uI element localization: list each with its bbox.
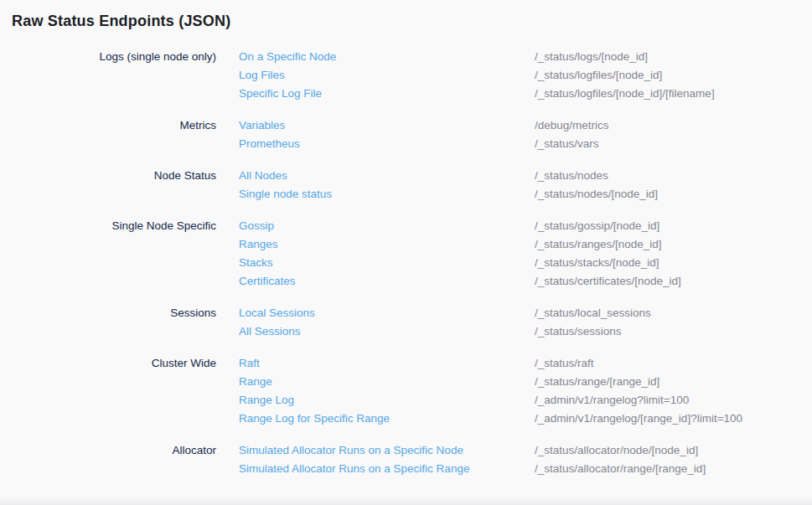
endpoint-link[interactable]: All Nodes xyxy=(239,167,535,185)
endpoint-path: /_status/raft xyxy=(535,354,594,373)
bottom-shadow-divider xyxy=(0,496,812,505)
endpoint-row: Log Files /_status/logfiles/[node_id] xyxy=(239,66,715,85)
endpoint-path: /_status/stacks/[node_id] xyxy=(535,254,659,272)
endpoint-row: Simulated Allocator Runs on a Specific N… xyxy=(239,441,706,460)
endpoint-row: Local Sessions /_status/local_sessions xyxy=(239,304,651,322)
endpoint-row: Gossip /_status/gossip/[node_id] xyxy=(239,217,681,235)
endpoint-link[interactable]: All Sessions xyxy=(239,322,535,341)
endpoint-row: Ranges /_status/ranges/[node_id] xyxy=(239,235,681,254)
endpoint-path: /_status/ranges/[node_id] xyxy=(535,235,662,254)
group-category-label: Cluster Wide xyxy=(12,354,216,373)
endpoint-link[interactable]: Raft xyxy=(239,354,535,373)
group-entries: All Nodes /_status/nodes Single node sta… xyxy=(239,167,658,204)
endpoint-link[interactable]: Range Log for Specific Range xyxy=(239,410,535,428)
endpoint-group: Allocator Simulated Allocator Runs on a … xyxy=(12,441,800,478)
endpoint-link[interactable]: Stacks xyxy=(239,254,535,272)
endpoint-link[interactable]: Ranges xyxy=(239,235,535,254)
endpoint-path: /_status/vars xyxy=(535,135,599,153)
group-category-label: Metrics xyxy=(12,116,216,135)
endpoint-path: /_admin/v1/rangelog?limit=100 xyxy=(535,391,689,410)
endpoint-path: /_status/logs/[node_id] xyxy=(535,48,648,66)
group-category-label: Sessions xyxy=(12,304,216,322)
endpoint-row: Stacks /_status/stacks/[node_id] xyxy=(239,254,681,272)
endpoint-path: /_status/sessions xyxy=(535,322,622,341)
group-entries: Local Sessions /_status/local_sessions A… xyxy=(239,304,651,341)
endpoint-row: Simulated Allocator Runs on a Specific R… xyxy=(239,460,706,478)
endpoint-group: Sessions Local Sessions /_status/local_s… xyxy=(12,304,800,341)
endpoint-link[interactable]: Specific Log File xyxy=(239,85,535,103)
page-title: Raw Status Endpoints (JSON) xyxy=(12,13,800,30)
endpoint-group: Logs (single node only) On a Specific No… xyxy=(12,48,800,103)
endpoint-path: /_status/logfiles/[node_id] xyxy=(535,66,662,85)
group-category-label: Node Status xyxy=(12,167,216,185)
endpoint-path: /debug/metrics xyxy=(535,116,609,135)
endpoint-link[interactable]: Single node status xyxy=(239,185,535,204)
endpoint-row: Prometheus /_status/vars xyxy=(239,135,609,153)
endpoint-groups: Logs (single node only) On a Specific No… xyxy=(12,48,800,478)
endpoint-group: Metrics Variables /debug/metrics Prometh… xyxy=(12,116,800,153)
group-category-label: Allocator xyxy=(12,441,216,460)
endpoint-link[interactable]: Range Log xyxy=(239,391,535,410)
endpoint-link[interactable]: Variables xyxy=(239,116,535,135)
raw-status-endpoints-page: Raw Status Endpoints (JSON) Logs (single… xyxy=(0,0,812,478)
group-category-label: Single Node Specific xyxy=(12,217,216,235)
endpoint-path: /_status/nodes/[node_id] xyxy=(535,185,658,204)
endpoint-row: Specific Log File /_status/logfiles/[nod… xyxy=(239,85,715,103)
endpoint-group: Single Node Specific Gossip /_status/gos… xyxy=(12,217,800,291)
group-entries: Variables /debug/metrics Prometheus /_st… xyxy=(239,116,609,153)
endpoint-path: /_status/logfiles/[node_id]/[filename] xyxy=(535,85,715,103)
endpoint-link[interactable]: Simulated Allocator Runs on a Specific N… xyxy=(239,441,535,460)
endpoint-row: All Nodes /_status/nodes xyxy=(239,167,658,185)
endpoint-row: On a Specific Node /_status/logs/[node_i… xyxy=(239,48,715,66)
endpoint-link[interactable]: Local Sessions xyxy=(239,304,535,322)
endpoint-path: /_status/gossip/[node_id] xyxy=(535,217,659,235)
endpoint-link[interactable]: Simulated Allocator Runs on a Specific R… xyxy=(239,460,535,478)
endpoint-link[interactable]: On a Specific Node xyxy=(239,48,535,66)
endpoint-link[interactable]: Gossip xyxy=(239,217,535,235)
endpoint-row: Raft /_status/raft xyxy=(239,354,742,373)
endpoint-path: /_admin/v1/rangelog/[range_id]?limit=100 xyxy=(535,410,742,428)
endpoint-group: Cluster Wide Raft /_status/raft Range /_… xyxy=(12,354,800,428)
endpoint-row: Range Log /_admin/v1/rangelog?limit=100 xyxy=(239,391,742,410)
endpoint-row: Certificates /_status/certificates/[node… xyxy=(239,272,681,291)
endpoint-link[interactable]: Range xyxy=(239,373,535,391)
group-entries: On a Specific Node /_status/logs/[node_i… xyxy=(239,48,715,103)
group-entries: Raft /_status/raft Range /_status/range/… xyxy=(239,354,742,428)
endpoint-path: /_status/local_sessions xyxy=(535,304,651,322)
group-entries: Gossip /_status/gossip/[node_id] Ranges … xyxy=(239,217,681,291)
endpoint-path: /_status/allocator/node/[node_id] xyxy=(535,441,698,460)
endpoint-path: /_status/allocator/range/[range_id] xyxy=(535,460,706,478)
endpoint-group: Node Status All Nodes /_status/nodes Sin… xyxy=(12,167,800,204)
group-category-label: Logs (single node only) xyxy=(12,48,216,66)
endpoint-link[interactable]: Certificates xyxy=(239,272,535,291)
endpoint-path: /_status/range/[range_id] xyxy=(535,373,659,391)
endpoint-row: Single node status /_status/nodes/[node_… xyxy=(239,185,658,204)
endpoint-row: Range /_status/range/[range_id] xyxy=(239,373,742,391)
endpoint-row: Range Log for Specific Range /_admin/v1/… xyxy=(239,410,742,428)
group-entries: Simulated Allocator Runs on a Specific N… xyxy=(239,441,706,478)
endpoint-row: Variables /debug/metrics xyxy=(239,116,609,135)
endpoint-path: /_status/nodes xyxy=(535,167,608,185)
endpoint-path: /_status/certificates/[node_id] xyxy=(535,272,681,291)
endpoint-link[interactable]: Prometheus xyxy=(239,135,535,153)
endpoint-row: All Sessions /_status/sessions xyxy=(239,322,651,341)
endpoint-link[interactable]: Log Files xyxy=(239,66,535,85)
